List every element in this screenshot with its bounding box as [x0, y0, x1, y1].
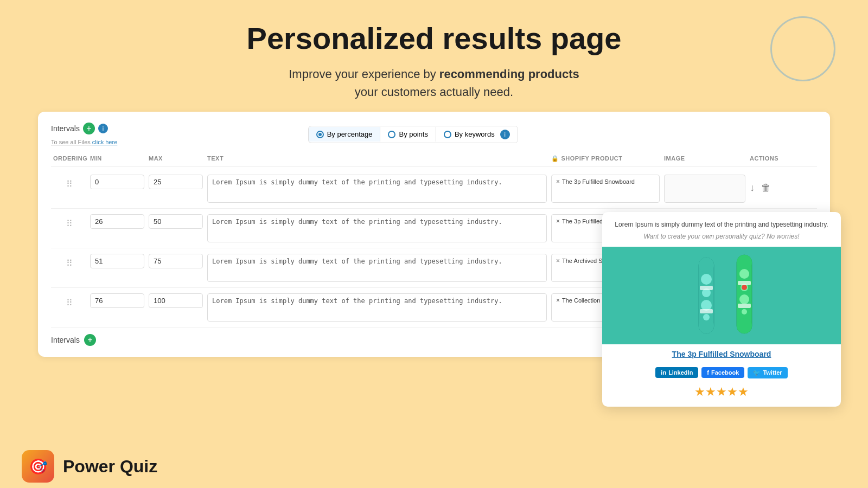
delete-button-1[interactable]: 🗑 — [761, 182, 771, 194]
drag-handle-4[interactable]: ⠿ — [53, 293, 86, 308]
popup-social: in LinkedIn f Facebook 🐦 Twitter — [602, 364, 841, 383]
radio-dot-points — [388, 131, 395, 138]
page-header: Personalized results page Improve your e… — [0, 0, 868, 101]
col-actions: ACTIONS — [750, 155, 815, 162]
image-field-1[interactable] — [664, 175, 745, 203]
svg-point-3 — [701, 274, 712, 285]
tag-remove-1[interactable]: × — [556, 178, 560, 185]
popup-card: Lorem Ipsum is simply dummy text of the … — [602, 212, 841, 407]
twitter-label: Twitter — [763, 369, 782, 376]
info-button-intervals[interactable]: i — [98, 124, 108, 133]
svg-point-1 — [699, 258, 714, 273]
tag-remove-2[interactable]: × — [556, 217, 560, 225]
svg-rect-17 — [738, 281, 751, 285]
min-input-3[interactable] — [90, 254, 144, 268]
col-shopify-product: 🔒 SHOPIFY PRODUCT — [551, 155, 660, 162]
radio-by-percentage[interactable]: By percentage — [309, 127, 381, 142]
drag-handle-1[interactable]: ⠿ — [53, 175, 86, 189]
facebook-icon: f — [707, 369, 709, 376]
table-row: ⠿ Lorem Ipsum is simply dummy text of th… — [51, 169, 817, 209]
linkedin-icon: in — [661, 369, 666, 376]
radio-group: By percentage By points By keywords i — [308, 126, 518, 143]
svg-point-6 — [703, 314, 710, 320]
linkedin-button[interactable]: in LinkedIn — [655, 367, 698, 378]
info-button-keywords[interactable]: i — [500, 130, 510, 139]
subtitle-normal2: your customers actually need. — [355, 85, 513, 99]
col-image: IMAGE — [664, 155, 745, 162]
radio-dot-keywords — [444, 131, 451, 138]
app-name: Power Quiz — [63, 457, 157, 477]
svg-rect-8 — [700, 309, 713, 313]
intervals-text: Intervals — [51, 124, 80, 133]
svg-point-2 — [699, 318, 714, 333]
lock-icon: 🔒 — [551, 155, 559, 162]
subtitle-normal: Improve your experience by — [289, 67, 439, 81]
col-text: TEXT — [207, 155, 547, 162]
actions-cell-1: ↓ 🗑 — [750, 175, 815, 194]
intervals-left: Intervals + i To see all Files click her… — [51, 123, 117, 146]
col-ordering: ORDERING — [53, 155, 86, 162]
svg-rect-18 — [738, 304, 751, 308]
popup-stars: ★★★★★ — [602, 383, 841, 407]
files-link-row: To see all Files click here — [51, 137, 117, 146]
text-input-2[interactable]: Lorem Ipsum is simply dummy text of the … — [207, 214, 547, 242]
drag-handle-2[interactable]: ⠿ — [53, 214, 86, 229]
svg-point-15 — [742, 309, 747, 314]
text-input-4[interactable]: Lorem Ipsum is simply dummy text of the … — [207, 293, 547, 322]
files-text: To see all Files — [51, 139, 92, 145]
popup-tagline: Want to create your own personality quiz… — [612, 232, 831, 241]
min-input-4[interactable] — [90, 293, 144, 308]
popup-product-name[interactable]: The 3p Fulfilled Snowboard — [602, 344, 841, 364]
col-max: MAX — [149, 155, 203, 162]
subtitle-bold: recommending products — [439, 67, 579, 81]
tag-remove-4[interactable]: × — [556, 297, 560, 304]
radio-by-points[interactable]: By points — [380, 127, 436, 142]
popup-text-section: Lorem Ipsum is simply dummy text of the … — [602, 212, 841, 247]
svg-point-16 — [742, 285, 747, 290]
tag-remove-3[interactable]: × — [556, 257, 560, 265]
intervals-label-row: Intervals + i — [51, 123, 117, 134]
page-subtitle: Improve your experience by recommending … — [0, 65, 868, 101]
bottom-bar: 🎯 Power Quiz — [0, 445, 868, 488]
svg-point-11 — [737, 318, 752, 333]
bottom-intervals-label: Intervals — [51, 336, 80, 344]
main-card: Intervals + i To see all Files click her… — [38, 112, 830, 357]
radio-label-percentage: By percentage — [327, 130, 373, 138]
min-input-2[interactable] — [90, 214, 144, 229]
max-input-2[interactable] — [149, 214, 203, 229]
max-input-4[interactable] — [149, 293, 203, 308]
text-input-3[interactable]: Lorem Ipsum is simply dummy text of the … — [207, 254, 547, 282]
add-interval-bottom-button[interactable]: + — [84, 334, 96, 346]
min-input-1[interactable] — [90, 175, 144, 189]
facebook-label: Facebook — [711, 369, 739, 376]
radio-by-keywords[interactable]: By keywords i — [436, 126, 518, 143]
page-title: Personalized results page — [0, 22, 868, 55]
text-input-1[interactable]: Lorem Ipsum is simply dummy text of the … — [207, 175, 547, 203]
move-down-button-1[interactable]: ↓ — [750, 182, 755, 194]
max-input-3[interactable] — [149, 254, 203, 268]
deco-circle — [770, 16, 835, 81]
tag-3p-snowboard-1: × The 3p Fulfilled Snowboard — [556, 178, 635, 185]
card-top-bar: Intervals + i To see all Files click her… — [51, 123, 817, 146]
add-interval-button[interactable]: + — [83, 123, 95, 134]
twitter-icon: 🐦 — [753, 369, 761, 376]
twitter-button[interactable]: 🐦 Twitter — [748, 367, 787, 378]
svg-point-10 — [737, 255, 752, 270]
col-min: MIN — [90, 155, 144, 162]
svg-rect-7 — [700, 286, 713, 290]
files-click-link[interactable]: click here — [92, 139, 117, 145]
popup-description: Lorem Ipsum is simply dummy text of the … — [612, 220, 831, 229]
app-logo-icon: 🎯 — [29, 458, 48, 476]
app-logo: 🎯 — [22, 450, 54, 483]
max-input-1[interactable] — [149, 175, 203, 189]
radio-dot-percentage — [316, 131, 324, 138]
product-tag-1[interactable]: × The 3p Fulfilled Snowboard — [551, 175, 660, 203]
table-header: ORDERING MIN MAX TEXT 🔒 SHOPIFY PRODUCT … — [51, 151, 817, 167]
popup-product-image — [602, 247, 841, 344]
linkedin-label: LinkedIn — [668, 369, 693, 376]
snowboard-svg — [667, 252, 776, 339]
radio-label-keywords: By keywords — [455, 130, 495, 138]
facebook-button[interactable]: f Facebook — [701, 367, 744, 378]
radio-label-points: By points — [399, 130, 427, 138]
drag-handle-3[interactable]: ⠿ — [53, 254, 86, 268]
